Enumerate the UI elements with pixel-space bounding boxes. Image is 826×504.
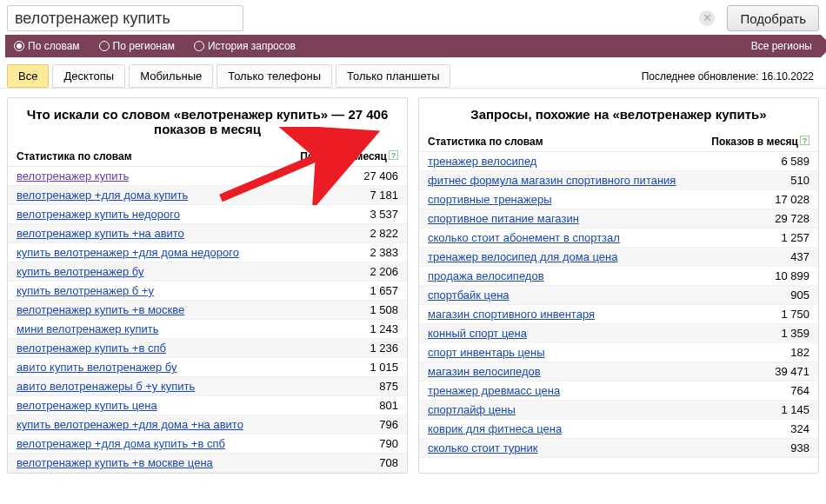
count-value: 796 [311,418,398,431]
help-icon[interactable]: ? [389,150,398,160]
radio-dot-icon [194,41,204,51]
keyword-link[interactable]: сколько стоит абонемент в спортзал [428,231,723,244]
keyword-link[interactable]: мини велотренажер купить [17,322,311,335]
keyword-link[interactable]: купить велотренажер бу [17,265,311,278]
left-panel: Что искали со словом «велотренажер купит… [7,97,408,474]
keyword-link[interactable]: купить велотренажер б +у [17,284,311,297]
table-row: велотренажер купить +в москве1 508 [8,301,407,320]
keyword-link[interactable]: магазин спортивного инвентаря [428,308,723,321]
clear-icon[interactable]: ✕ [699,10,715,26]
left-table-head: Статистика по словам Показов в месяц? [8,147,407,167]
count-value: 182 [723,346,809,359]
tab-all[interactable]: Все [7,64,49,88]
keyword-link[interactable]: велотренажер купить +в москве [17,303,311,316]
right-table-head: Статистика по словам Показов в месяц? [419,132,818,152]
table-row: спортивные тренажеры17 028 [419,190,818,209]
keyword-link[interactable]: авито купить велотренажер бу [17,361,311,374]
radio-history[interactable]: История запросов [194,40,296,52]
keyword-link[interactable]: спортлайф цены [428,403,723,416]
keyword-link[interactable]: велотренажер +для дома купить +в спб [17,437,311,450]
table-row: магазин спортивного инвентаря1 750 [419,305,818,324]
count-value: 7 181 [311,189,398,202]
keyword-link[interactable]: купить велотренажер +для дома +на авито [17,418,311,431]
count-value: 27 406 [311,169,398,182]
count-value: 938 [723,441,809,454]
col-count-text: Показов в месяц [300,150,387,162]
radio-by-words[interactable]: По словам [14,40,80,52]
count-value: 1 750 [723,308,809,321]
col-count-header: Показов в месяц? [285,150,398,162]
col-stat-header: Статистика по словам [17,150,285,162]
count-value: 3 537 [311,208,398,221]
table-row: спорт инвентарь цены182 [419,343,818,362]
count-value: 6 589 [723,155,809,168]
keyword-link[interactable]: фитнес формула магазин спортивного питан… [428,174,723,187]
keyword-link[interactable]: велотренажер купить [17,169,311,182]
radio-by-regions[interactable]: По регионам [99,40,175,52]
keyword-link[interactable]: спортбайк цена [428,288,723,302]
keyword-link[interactable]: купить велотренажер +для дома недорого [17,246,311,259]
count-value: 2 206 [311,265,398,278]
keyword-link[interactable]: велотренажер купить +на авито [17,227,311,240]
tab-tablets-only[interactable]: Только планшеты [336,64,450,88]
count-value: 437 [723,250,809,263]
radio-group: По словам По регионам История запросов [14,40,296,52]
table-row: купить велотренажер +для дома недорого2 … [8,243,407,262]
count-value: 324 [723,422,809,435]
keyword-link[interactable]: тренажер древмасс цена [428,384,723,397]
keyword-link[interactable]: магазин велосипедов [428,365,723,378]
right-rows: тренажер велосипед6 589фитнес формула ма… [419,152,818,458]
keyword-link[interactable]: велотренажер +для дома купить [17,189,311,202]
search-input[interactable] [7,5,243,31]
filter-bar: По словам По регионам История запросов В… [5,35,821,57]
count-value: 39 471 [723,365,809,378]
keyword-link[interactable]: сколько стоит турник [428,441,723,454]
col-count-header: Показов в месяц? [696,136,809,148]
tabs-row: Все Десктопы Мобильные Только телефоны Т… [0,57,826,89]
table-row: велотренажер купить недорого3 537 [8,205,407,224]
help-icon[interactable]: ? [800,136,809,145]
left-rows: велотренажер купить27 406велотренажер +д… [8,167,407,473]
keyword-link[interactable]: конный спорт цена [428,327,723,340]
radio-label: История запросов [208,40,296,52]
submit-button[interactable]: Подобрать [727,5,819,31]
keyword-link[interactable]: тренажер велосипед для дома цена [428,250,723,263]
count-value: 2 383 [311,246,398,259]
count-value: 17 028 [723,193,809,206]
table-row: спортбайк цена905 [419,286,818,305]
keyword-link[interactable]: коврик для фитнеса цена [428,422,723,435]
count-value: 1 359 [723,327,809,340]
keyword-link[interactable]: авито велотренажеры б +у купить [17,380,311,393]
table-row: продажа велосипедов10 899 [419,267,818,286]
keyword-link[interactable]: спортивное питание магазин [428,212,723,225]
count-value: 1 015 [311,361,398,374]
count-value: 10 899 [723,269,809,282]
count-value: 708 [311,456,398,469]
table-row: купить велотренажер +для дома +на авито7… [8,415,407,434]
keyword-link[interactable]: спорт инвентарь цены [428,346,723,359]
radio-dot-icon [99,41,110,51]
keyword-link[interactable]: велотренажер купить +в москве цена [17,456,311,469]
table-row: купить велотренажер бу2 206 [8,262,407,282]
tab-desktops[interactable]: Десктопы [52,64,125,88]
all-regions-link[interactable]: Все регионы [751,40,812,52]
right-panel: Запросы, похожие на «велотренажер купить… [418,97,819,474]
radio-label: По регионам [113,40,175,52]
keyword-link[interactable]: тренажер велосипед [428,155,723,168]
table-row: авито велотренажеры б +у купить875 [8,377,407,396]
keyword-link[interactable]: спортивные тренажеры [428,193,723,206]
keyword-link[interactable]: продажа велосипедов [428,269,723,282]
count-value: 790 [311,437,398,450]
table-row: велотренажер купить +в москве цена708 [8,454,407,473]
tab-mobiles[interactable]: Мобильные [129,64,213,88]
keyword-link[interactable]: велотренажер купить +в спб [17,342,311,355]
table-row: спортивное питание магазин29 728 [419,209,818,229]
table-row: велотренажер +для дома купить +в спб790 [8,434,407,454]
table-row: велотренажер +для дома купить7 181 [8,186,407,205]
table-row: сколько стоит абонемент в спортзал1 257 [419,229,818,248]
tab-phones-only[interactable]: Только телефоны [216,64,332,88]
keyword-link[interactable]: велотренажер купить недорого [17,208,311,221]
keyword-link[interactable]: велотренажер купить цена [17,399,311,412]
count-value: 1 657 [311,284,398,297]
col-stat-header: Статистика по словам [428,136,696,148]
